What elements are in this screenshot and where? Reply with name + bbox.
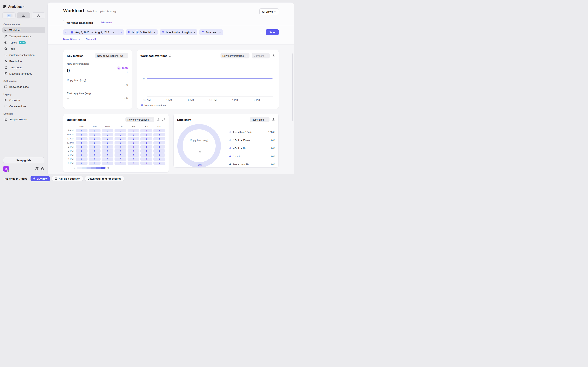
efficiency-legend-row[interactable]: More than 2h0% [229, 160, 275, 168]
heatmap-cell[interactable]: 0 [76, 141, 87, 144]
scope-tab-teammate[interactable] [32, 12, 45, 18]
sidebar-item-knowledge-base[interactable]: Knowledge base [2, 84, 45, 90]
add-view-link[interactable]: Add view [101, 21, 112, 24]
heatmap-cell[interactable]: 0 [114, 149, 126, 153]
more-options-icon[interactable] [259, 30, 263, 35]
heatmap-cell[interactable]: 0 [89, 133, 100, 136]
ask-question-button[interactable]: Ask us a question [52, 176, 83, 181]
heatmap-cell[interactable]: 0 [76, 158, 87, 161]
sidebar-item-customer-satisfaction[interactable]: Customer satisfaction [2, 52, 45, 58]
sidebar-item-workload[interactable]: Workload [2, 27, 45, 33]
sidebar-item-time-goals[interactable]: Time goals [2, 64, 45, 70]
heatmap-cell[interactable]: 0 [128, 162, 139, 165]
scope-tab-company[interactable] [17, 12, 30, 18]
compare-selector[interactable]: Compare [252, 53, 270, 58]
export-icon[interactable] [272, 118, 275, 121]
heatmap-cell[interactable]: 0 [153, 149, 165, 153]
heatmap-cell[interactable]: 0 [89, 162, 100, 165]
heatmap-cell[interactable]: 0 [114, 141, 126, 144]
buy-now-button[interactable]: Buy now [31, 176, 50, 181]
export-icon[interactable] [157, 118, 160, 121]
export-icon[interactable] [272, 54, 275, 57]
heatmap-cell[interactable]: 0 [89, 137, 100, 140]
efficiency-legend-row[interactable]: 45min - 1h0% [229, 144, 275, 152]
all-views-button[interactable]: All views [259, 8, 279, 15]
inbox-filter-chip[interactable]: Is Product Insights [160, 29, 197, 35]
heatmap-cell[interactable]: 0 [140, 162, 152, 165]
heatmap-cell[interactable]: 0 [128, 149, 139, 153]
heatmap-cell[interactable]: 0 [102, 145, 113, 149]
heatmap-cell[interactable]: 0 [102, 133, 113, 136]
date-next-button[interactable] [118, 29, 124, 35]
busiest-times-selector[interactable]: New conversations [125, 117, 154, 122]
heatmap-cell[interactable]: 0 [140, 149, 152, 153]
heatmap-cell[interactable]: 0 [89, 153, 100, 157]
tab-workload-dashboard[interactable]: Workload Dashboard [63, 20, 96, 26]
heatmap-cell[interactable]: 0 [128, 158, 139, 161]
heatmap-cell[interactable]: 0 [153, 133, 165, 136]
heatmap-cell[interactable]: 0 [128, 133, 139, 136]
heatmap-cell[interactable]: 0 [140, 129, 152, 132]
heatmap-cell[interactable]: 0 [140, 158, 152, 161]
expand-icon[interactable] [162, 118, 165, 121]
scrollbar-thumb[interactable] [292, 53, 294, 121]
avatar[interactable]: SL [3, 166, 9, 172]
teammate-filter-chip[interactable]: Sam Lee [199, 29, 223, 35]
heatmap-cell[interactable]: 0 [153, 145, 165, 149]
efficiency-selector[interactable]: Reply time [250, 117, 269, 122]
sidebar-item-support-report[interactable]: Support Report [2, 116, 45, 123]
heatmap-cell[interactable]: 0 [140, 141, 152, 144]
workspace-filter-chip[interactable]: Is S SLMobbin [126, 29, 158, 35]
heatmap-cell[interactable]: 0 [114, 162, 126, 165]
heatmap-cell[interactable]: 0 [102, 158, 113, 161]
heatmap-cell[interactable]: 0 [76, 162, 87, 165]
sidebar-item-message-templates[interactable]: Message templates [2, 70, 45, 77]
heatmap-cell[interactable]: 0 [76, 137, 87, 140]
workspace-switcher[interactable]: Analytics [0, 0, 47, 8]
heatmap-cell[interactable]: 0 [153, 137, 165, 140]
clear-all-link[interactable]: Clear all [86, 38, 96, 41]
heatmap-cell[interactable]: 0 [128, 137, 139, 140]
heatmap-cell[interactable]: 0 [89, 141, 100, 144]
workload-metric-selector[interactable]: New conversations [221, 53, 250, 58]
heatmap-cell[interactable]: 0 [89, 149, 100, 153]
heatmap-cell[interactable]: 0 [89, 158, 100, 161]
heatmap-cell[interactable]: 0 [102, 162, 113, 165]
date-prev-button[interactable] [63, 29, 69, 35]
heatmap-cell[interactable]: 0 [114, 133, 126, 136]
heatmap-cell[interactable]: 0 [76, 133, 87, 136]
efficiency-legend-row[interactable]: 15min - 45min0% [229, 136, 275, 144]
heatmap-cell[interactable]: 0 [153, 129, 165, 132]
sidebar-item-overview[interactable]: Overview [2, 97, 45, 103]
heatmap-cell[interactable]: 0 [76, 149, 87, 153]
setup-guide-button[interactable]: Setup guide [3, 157, 44, 163]
sidebar-item-topics[interactable]: TopicsNEW [2, 39, 45, 46]
info-icon[interactable] [169, 54, 172, 57]
download-desktop-button[interactable]: Download Front for desktop [85, 176, 124, 181]
heatmap-cell[interactable]: 0 [89, 145, 100, 149]
heatmap-cell[interactable]: 0 [76, 145, 87, 149]
date-range-value[interactable]: Aug 3, 2025 Aug 3, 2025 [69, 31, 118, 34]
efficiency-legend-row[interactable]: 1h - 2h0% [229, 152, 275, 161]
heatmap-cell[interactable]: 0 [114, 145, 126, 149]
scope-tab-workspace[interactable]: S [2, 12, 16, 18]
heatmap-cell[interactable]: 0 [89, 129, 100, 132]
gear-icon[interactable] [41, 167, 44, 170]
heatmap-cell[interactable]: 0 [102, 129, 113, 132]
sidebar-item-resolution[interactable]: Resolution [2, 58, 45, 64]
heatmap-cell[interactable]: 0 [140, 153, 152, 157]
heatmap-cell[interactable]: 0 [76, 129, 87, 132]
heatmap-cell[interactable]: 0 [140, 137, 152, 140]
heatmap-cell[interactable]: 0 [76, 153, 87, 157]
key-metrics-selector[interactable]: New conversations, +2 [95, 53, 128, 58]
help-icon[interactable] [35, 167, 38, 170]
save-button[interactable]: Save [266, 29, 279, 35]
sidebar-item-conversations[interactable]: Conversations [2, 103, 45, 109]
heatmap-cell[interactable]: 0 [114, 137, 126, 140]
heatmap-cell[interactable]: 0 [153, 141, 165, 144]
heatmap-cell[interactable]: 0 [102, 141, 113, 144]
heatmap-cell[interactable]: 0 [153, 158, 165, 161]
heatmap-cell[interactable]: 0 [153, 162, 165, 165]
heatmap-cell[interactable]: 0 [128, 129, 139, 132]
efficiency-legend-row[interactable]: Less than 15min100% [229, 128, 275, 136]
